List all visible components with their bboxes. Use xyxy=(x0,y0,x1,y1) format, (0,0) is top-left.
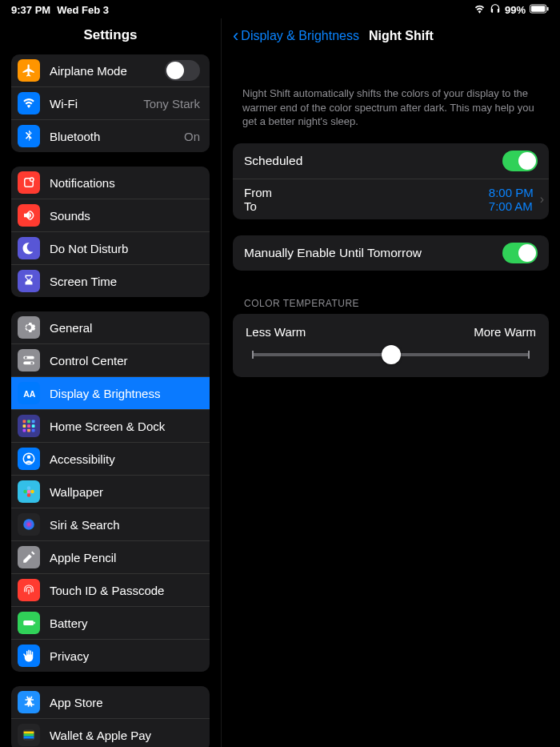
status-time: 9:37 PM xyxy=(11,4,50,16)
hourglass-icon xyxy=(18,270,40,292)
battery-icon xyxy=(18,612,40,634)
sidebar-item-home[interactable]: Home Screen & Dock xyxy=(11,409,210,442)
aa-icon: AA xyxy=(18,382,40,404)
less-warm-label: Less Warm xyxy=(246,325,306,339)
svg-point-21 xyxy=(27,490,31,494)
svg-point-4 xyxy=(30,178,34,182)
pencil-icon xyxy=(18,546,40,568)
manual-enable-row[interactable]: Manually Enable Until Tomorrow xyxy=(233,235,549,271)
manual-toggle[interactable] xyxy=(502,243,538,263)
color-temp-panel: Less Warm More Warm xyxy=(233,314,549,377)
detail-pane: ‹ Display & Brightness Night Shift Night… xyxy=(222,18,560,747)
hand-icon xyxy=(18,645,40,667)
fingerprint-icon xyxy=(18,579,40,601)
sidebar-item-detail: On xyxy=(184,130,200,143)
chevron-right-icon: › xyxy=(540,192,544,207)
svg-rect-2 xyxy=(547,7,549,11)
speaker-icon xyxy=(18,204,40,227)
flower-icon xyxy=(18,480,40,503)
bluetooth-icon xyxy=(18,125,40,147)
svg-rect-13 xyxy=(23,424,26,428)
slider-tick-max xyxy=(528,351,530,359)
to-value: 7:00 AM xyxy=(489,199,533,213)
manual-label: Manually Enable Until Tomorrow xyxy=(244,246,502,260)
svg-rect-30 xyxy=(23,734,34,737)
svg-rect-10 xyxy=(23,420,26,424)
siri-icon xyxy=(18,513,40,536)
sidebar-item-label: Wallpaper xyxy=(50,485,200,499)
back-label: Display & Brightness xyxy=(241,29,359,43)
sidebar-item-label: Notifications xyxy=(50,176,200,190)
sidebar-title: Settings xyxy=(0,18,221,54)
sidebar-item-siri[interactable]: Siri & Search xyxy=(11,508,210,540)
sidebar-item-appstore[interactable]: App Store xyxy=(11,686,210,718)
sidebar-group: GeneralControl CenterAADisplay & Brightn… xyxy=(11,311,210,672)
scheduled-row[interactable]: Scheduled xyxy=(233,143,549,179)
sidebar-item-label: Battery xyxy=(50,616,200,630)
sidebar-item-label: Control Center xyxy=(50,354,200,367)
sidebar-item-battery[interactable]: Battery xyxy=(11,606,210,639)
more-warm-label: More Warm xyxy=(474,325,536,339)
battery-icon xyxy=(530,4,549,16)
svg-rect-16 xyxy=(23,429,26,432)
from-value: 8:00 PM xyxy=(489,186,534,199)
svg-text:AA: AA xyxy=(23,389,36,399)
from-label: From xyxy=(244,186,272,199)
slider-tick-min xyxy=(252,351,254,359)
manual-panel: Manually Enable Until Tomorrow xyxy=(233,235,549,271)
headphones-icon xyxy=(490,3,501,17)
sidebar-item-label: Privacy xyxy=(50,649,200,663)
status-bar: 9:37 PM Wed Feb 3 99% xyxy=(0,0,560,18)
to-label: To xyxy=(244,199,257,213)
svg-point-22 xyxy=(27,486,31,490)
grid-icon xyxy=(18,415,40,437)
sidebar-item-screentime[interactable]: Screen Time xyxy=(11,264,210,297)
temp-section-header: COLOR TEMPERATURE xyxy=(233,287,549,314)
back-button[interactable]: ‹ Display & Brightness xyxy=(233,26,359,46)
airplane-icon xyxy=(18,59,40,82)
sidebar-item-accessibility[interactable]: Accessibility xyxy=(11,442,210,475)
settings-sidebar: Settings Airplane ModeWi-FiTony StarkBlu… xyxy=(0,18,222,747)
sidebar-item-label: Wi-Fi xyxy=(50,97,134,110)
sidebar-group: NotificationsSoundsDo Not DisturbScreen … xyxy=(11,167,210,297)
sidebar-item-label: Screen Time xyxy=(50,275,200,288)
sidebar-item-wallet[interactable]: Wallet & Apple Pay xyxy=(11,718,210,747)
sidebar-item-sounds[interactable]: Sounds xyxy=(11,199,210,231)
sidebar-item-wifi[interactable]: Wi-FiTony Stark xyxy=(11,86,210,119)
svg-rect-17 xyxy=(27,429,30,432)
gear-icon xyxy=(18,316,40,339)
svg-point-20 xyxy=(27,456,31,460)
sidebar-item-wallpaper[interactable]: Wallpaper xyxy=(11,475,210,508)
sidebar-item-general[interactable]: General xyxy=(11,311,210,343)
sidebar-item-label: Siri & Search xyxy=(50,518,200,532)
airplane-toggle[interactable] xyxy=(165,60,200,81)
sidebar-item-dnd[interactable]: Do Not Disturb xyxy=(11,231,210,264)
svg-rect-28 xyxy=(34,622,35,625)
svg-rect-14 xyxy=(27,424,30,428)
svg-rect-1 xyxy=(531,6,546,11)
slider-thumb[interactable] xyxy=(382,345,401,364)
sidebar-item-label: General xyxy=(50,321,200,335)
svg-rect-27 xyxy=(23,620,34,625)
svg-rect-15 xyxy=(32,424,35,428)
chevron-left-icon: ‹ xyxy=(233,26,238,46)
sidebar-item-airplane[interactable]: Airplane Mode xyxy=(11,54,210,86)
appstore-icon xyxy=(18,691,40,713)
sidebar-item-notifications[interactable]: Notifications xyxy=(11,167,210,199)
sidebar-item-touchid[interactable]: Touch ID & Passcode xyxy=(11,573,210,606)
schedule-time-row[interactable]: From To 8:00 PM 7:00 AM › xyxy=(233,179,549,219)
svg-point-25 xyxy=(23,490,27,494)
sidebar-item-detail: Tony Stark xyxy=(143,97,200,110)
scheduled-toggle[interactable] xyxy=(502,151,538,171)
wifi-icon xyxy=(18,92,40,114)
sidebar-item-display[interactable]: AADisplay & Brightness xyxy=(11,376,210,409)
sidebar-item-pencil[interactable]: Apple Pencil xyxy=(11,540,210,573)
sidebar-item-label: Accessibility xyxy=(50,452,200,466)
sidebar-item-bluetooth[interactable]: BluetoothOn xyxy=(11,119,210,152)
sidebar-group: App StoreWallet & Apple Pay xyxy=(11,686,210,747)
sidebar-item-privacy[interactable]: Privacy xyxy=(11,639,210,672)
sidebar-item-cc[interactable]: Control Center xyxy=(11,343,210,376)
svg-rect-18 xyxy=(32,429,35,432)
color-temp-slider[interactable] xyxy=(252,353,530,356)
battery-pct: 99% xyxy=(505,4,526,16)
